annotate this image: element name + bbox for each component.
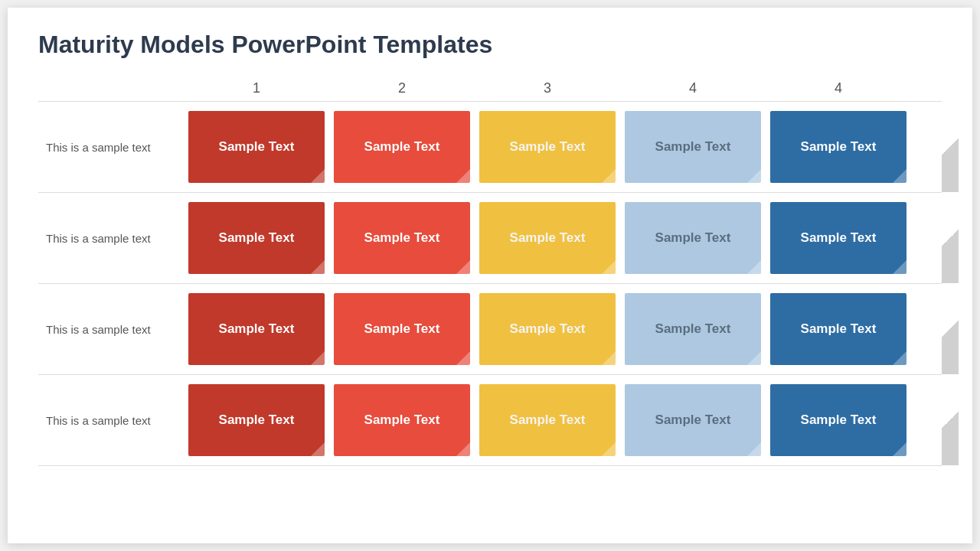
cell-r1-c3[interactable]: Sample Text bbox=[479, 111, 616, 183]
cell-r2-c3[interactable]: Sample Text bbox=[479, 202, 616, 274]
cell-r2-c5[interactable]: Sample Text bbox=[770, 202, 906, 274]
row-label-3: This is a sample text bbox=[38, 284, 184, 374]
table-row: This is a sample textSample TextSample T… bbox=[38, 192, 942, 283]
cell-r2-c4[interactable]: Sample Text bbox=[625, 202, 761, 274]
column-headers: 12344 bbox=[184, 80, 942, 96]
row-label-4: This is a sample text bbox=[38, 375, 184, 465]
col-header-1: 1 bbox=[184, 80, 329, 96]
cell-r3-c5[interactable]: Sample Text bbox=[770, 293, 906, 365]
cell-r4-c5[interactable]: Sample Text bbox=[770, 384, 906, 456]
cell-r1-c5[interactable]: Sample Text bbox=[770, 111, 906, 183]
cell-r4-c2[interactable]: Sample Text bbox=[334, 384, 470, 456]
cell-r1-c2[interactable]: Sample Text bbox=[334, 111, 470, 183]
cell-r2-c1[interactable]: Sample Text bbox=[188, 202, 325, 274]
cell-r4-c1[interactable]: Sample Text bbox=[188, 384, 325, 456]
cell-r4-c3[interactable]: Sample Text bbox=[479, 384, 616, 456]
row-label-1: This is a sample text bbox=[38, 102, 184, 192]
cell-r3-c2[interactable]: Sample Text bbox=[334, 293, 470, 365]
table-row: This is a sample textSample TextSample T… bbox=[38, 283, 942, 374]
page-title: Maturity Models PowerPoint Templates bbox=[38, 31, 942, 59]
cell-r4-c4[interactable]: Sample Text bbox=[625, 384, 761, 456]
slide: Maturity Models PowerPoint Templates 123… bbox=[8, 8, 972, 543]
cell-r2-c2[interactable]: Sample Text bbox=[334, 202, 470, 274]
cell-r3-c4[interactable]: Sample Text bbox=[625, 293, 761, 365]
cell-r3-c1[interactable]: Sample Text bbox=[188, 293, 325, 365]
cell-r3-c3[interactable]: Sample Text bbox=[479, 293, 616, 365]
col-header-5: 4 bbox=[766, 80, 911, 96]
col-header-4: 4 bbox=[620, 80, 766, 96]
col-header-2: 2 bbox=[329, 80, 475, 96]
cell-r1-c4[interactable]: Sample Text bbox=[625, 111, 761, 183]
cell-r1-c1[interactable]: Sample Text bbox=[188, 111, 325, 183]
maturity-table: 12344 This is a sample textSample TextSa… bbox=[38, 80, 942, 466]
table-row: This is a sample textSample TextSample T… bbox=[38, 374, 942, 466]
col-header-3: 3 bbox=[475, 80, 620, 96]
table-row: This is a sample textSample TextSample T… bbox=[38, 101, 942, 192]
row-label-2: This is a sample text bbox=[38, 193, 184, 283]
data-rows: This is a sample textSample TextSample T… bbox=[38, 101, 942, 466]
